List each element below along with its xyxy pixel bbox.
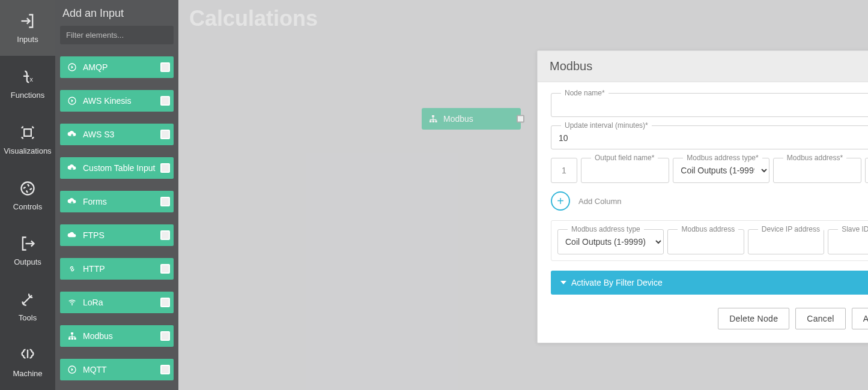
functions-icon: x	[19, 68, 37, 86]
nav-visualizations[interactable]: Visualizations	[0, 112, 55, 167]
input-item-forms[interactable]: Forms	[60, 191, 174, 212]
svg-rect-1	[24, 129, 31, 136]
input-item-amqp[interactable]: AMQP	[60, 56, 174, 78]
panel-title: Add an Input	[62, 7, 171, 20]
nav-label: Tools	[19, 313, 37, 322]
nav-label: Controls	[13, 202, 42, 211]
column-row: 1 Output field name* Modbus address type…	[551, 158, 868, 183]
link-icon	[66, 263, 78, 275]
sitemap-icon	[66, 330, 78, 342]
download-icon	[66, 128, 78, 140]
test-addr-label: Modbus address	[678, 225, 738, 233]
nav-controls[interactable]: Controls	[0, 167, 55, 223]
wifi-icon	[66, 296, 78, 308]
modbus-dialog: Modbus ✕ Node name* Update interval (min…	[537, 50, 868, 343]
slave-wrap: Slave ID*	[865, 158, 868, 183]
accordion-label: Activate By Filter Device	[571, 278, 663, 287]
cloud-icon	[66, 229, 78, 241]
activate-button[interactable]: Activate	[852, 308, 868, 329]
add-column-label: Add Column	[578, 197, 622, 206]
nav-label: Visualizations	[4, 146, 51, 155]
slave-input[interactable]	[866, 158, 868, 181]
test-addr-wrap: Modbus address	[667, 229, 744, 254]
input-item-label: AWS Kinesis	[83, 96, 131, 106]
svg-text:x: x	[30, 76, 34, 83]
input-item-custom-table[interactable]: Custom Table Input	[60, 157, 174, 179]
cancel-button[interactable]: Cancel	[795, 308, 845, 329]
input-item-label: Modbus	[83, 331, 113, 341]
nav-label: Outputs	[14, 257, 41, 266]
arrow-circle-icon	[66, 95, 78, 107]
input-item-http[interactable]: HTTP	[60, 258, 174, 280]
addr-type-select[interactable]: Coil Outputs (1-9999)	[673, 158, 769, 182]
delete-node-button[interactable]: Delete Node	[718, 308, 789, 329]
nav-label: Inputs	[17, 35, 38, 44]
inputs-panel: Add an Input AMQP AWS Kinesis AWS S3 Cus…	[55, 0, 178, 390]
svg-point-5	[71, 304, 73, 305]
input-item-s3[interactable]: AWS S3	[60, 124, 174, 145]
input-item-lora[interactable]: LoRa	[60, 292, 174, 313]
inputs-icon	[19, 12, 37, 30]
test-ip-label: Device IP address	[758, 225, 824, 233]
svg-rect-6	[71, 332, 73, 334]
row-index: 1	[551, 158, 577, 183]
node-name-field-wrap: Node name*	[551, 93, 868, 117]
nav-label: Functions	[11, 91, 44, 100]
test-addr-type-label: Modbus address type	[568, 225, 644, 233]
outputs-icon	[19, 235, 37, 253]
update-interval-label: Update interval (minutes)*	[561, 121, 652, 130]
add-column-button[interactable]: +	[551, 191, 570, 211]
nav-functions[interactable]: x Functions	[0, 56, 55, 112]
input-item-label: AMQP	[83, 62, 108, 72]
arrow-circle-icon	[66, 61, 78, 73]
canvas[interactable]: Calculations Modbus Modbus ✕ Node name* …	[178, 0, 868, 390]
input-item-label: Forms	[83, 197, 107, 206]
addr-label: Modbus address*	[783, 154, 846, 162]
tools-icon	[19, 290, 37, 308]
visualizations-icon	[19, 124, 37, 142]
output-field-wrap: Output field name*	[581, 158, 669, 183]
download-icon	[66, 162, 78, 174]
test-addr-type-wrap: Modbus address type Coil Outputs (1-9999…	[557, 229, 664, 254]
addr-type-label: Modbus address type*	[683, 154, 762, 162]
test-slave-label: Slave ID	[838, 225, 868, 233]
input-item-mqtt[interactable]: MQTT	[60, 359, 174, 380]
nav-machine[interactable]: Machine	[0, 334, 55, 390]
input-item-modbus[interactable]: Modbus	[60, 325, 174, 347]
input-item-ftps[interactable]: FTPS	[60, 224, 174, 246]
svg-rect-9	[74, 338, 76, 340]
svg-rect-7	[68, 338, 70, 340]
input-item-label: Custom Table Input	[83, 163, 155, 173]
test-box: Modbus address type Coil Outputs (1-9999…	[551, 220, 868, 261]
nav-inputs[interactable]: Inputs	[0, 0, 55, 56]
nav-label: Machine	[13, 369, 42, 378]
add-column-row: + Add Column	[551, 191, 868, 211]
dialog-footer: Delete Node Cancel Activate Save	[538, 308, 868, 343]
addr-wrap: Modbus address*	[773, 158, 861, 183]
output-field-label: Output field name*	[591, 154, 658, 162]
input-item-label: AWS S3	[83, 130, 114, 139]
test-ip-wrap: Device IP address	[748, 229, 824, 254]
nav-tools[interactable]: Tools	[0, 278, 55, 334]
addr-type-wrap: Modbus address type* Coil Outputs (1-999…	[673, 158, 769, 183]
input-item-label: HTTP	[83, 264, 105, 274]
filter-input[interactable]	[60, 26, 174, 44]
svg-rect-8	[71, 338, 73, 340]
activate-filter-accordion[interactable]: Activate By Filter Device	[551, 271, 868, 295]
dialog-header: Modbus ✕	[538, 51, 868, 82]
caret-down-icon	[560, 281, 566, 284]
input-item-label: MQTT	[83, 365, 107, 374]
dialog-title: Modbus	[550, 59, 592, 73]
input-item-label: FTPS	[83, 230, 105, 240]
arrow-circle-icon	[66, 364, 78, 376]
test-slave-wrap: Slave ID	[828, 229, 868, 254]
controls-icon	[19, 179, 37, 197]
input-item-kinesis[interactable]: AWS Kinesis	[60, 90, 174, 112]
update-interval-field-wrap: Update interval (minutes)*	[551, 125, 868, 149]
test-addr-type-select[interactable]: Coil Outputs (1-9999)	[558, 230, 663, 254]
svg-point-2	[22, 182, 34, 194]
nav-rail: Inputs x Functions Visualizations Contro…	[0, 0, 55, 390]
brain-icon	[19, 346, 37, 364]
nav-outputs[interactable]: Outputs	[0, 223, 55, 278]
node-name-label: Node name*	[561, 89, 609, 97]
